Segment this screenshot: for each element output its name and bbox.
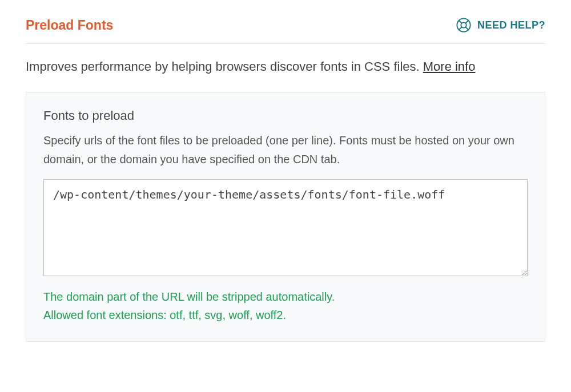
need-help-link[interactable]: NEED HELP? <box>456 17 545 33</box>
lifebuoy-icon <box>456 17 472 33</box>
section-header: Preload Fonts NEED HELP? <box>26 17 545 44</box>
more-info-link[interactable]: More info <box>423 59 476 74</box>
svg-line-4 <box>465 21 468 23</box>
section-description-text: Improves performance by helping browsers… <box>26 59 423 74</box>
svg-line-2 <box>459 21 462 23</box>
section-title: Preload Fonts <box>26 18 113 33</box>
fonts-card: Fonts to preload Specify urls of the fon… <box>26 92 545 342</box>
need-help-label: NEED HELP? <box>477 19 545 31</box>
svg-line-5 <box>459 27 462 30</box>
hint-line-2: Allowed font extensions: otf, ttf, svg, … <box>43 306 528 324</box>
card-description: Specify urls of the font files to be pre… <box>43 131 528 169</box>
section-description: Improves performance by helping browsers… <box>26 56 545 77</box>
svg-line-3 <box>465 27 468 30</box>
card-hint: The domain part of the URL will be strip… <box>43 288 528 324</box>
hint-line-1: The domain part of the URL will be strip… <box>43 288 528 306</box>
card-title: Fonts to preload <box>43 108 528 123</box>
fonts-textarea[interactable] <box>43 179 528 276</box>
